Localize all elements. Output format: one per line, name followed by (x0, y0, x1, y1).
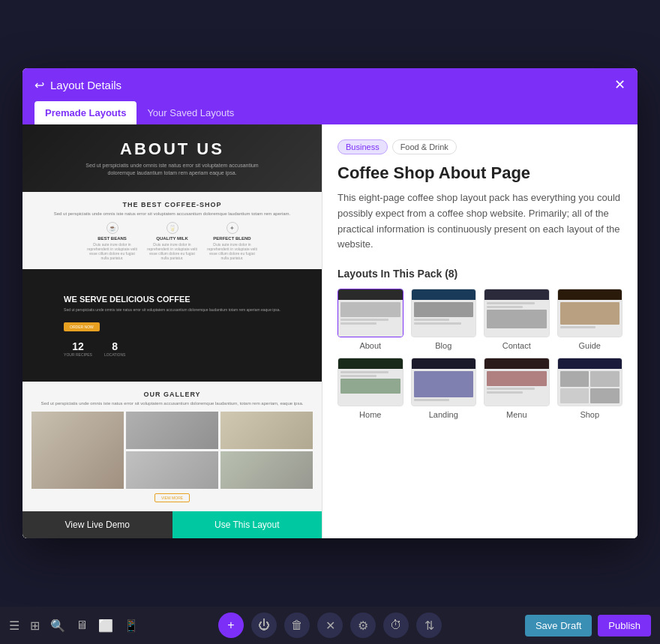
layout-name-blog: Blog (411, 341, 477, 350)
settings-button[interactable]: ⚙ (350, 613, 376, 638)
layout-preview: ABOUT US Sed ut perspiciatis unde omnis … (22, 124, 322, 511)
layout-thumb-guide (557, 289, 623, 337)
tablet-icon[interactable]: ⬜ (98, 619, 113, 633)
desktop-icon[interactable]: 🖥 (76, 619, 88, 632)
bottom-toolbar: ☰ ⊞ 🔍 🖥 ⬜ 📱 + ⏻ 🗑 ✕ ⚙ ⏱ ⇅ Save Draft Pub… (0, 607, 660, 644)
search-icon[interactable]: 🔍 (50, 619, 65, 633)
back-icon[interactable]: ↩ (34, 78, 44, 92)
info-panel: Business Food & Drink Coffee Shop About … (322, 124, 638, 538)
gallery-desc: Sed ut perspiciatis unde omnis iste natu… (32, 401, 313, 406)
layout-thumb-about (338, 289, 404, 337)
layout-thumb-shop (557, 358, 623, 406)
pack-description: This eight-page coffee shop layout pack … (338, 190, 622, 253)
trash-button[interactable]: 🗑 (284, 613, 310, 638)
hero-section: ABOUT US Sed ut perspiciatis unde omnis … (22, 124, 322, 192)
beans-desc: Duis aute irure dolor in reprehenderit i… (86, 242, 139, 260)
menu-icon[interactable]: ☰ (9, 619, 20, 633)
gallery-section: OUR GALLERY Sed ut perspiciatis unde omn… (22, 382, 322, 511)
toolbar-center-icons: + ⏻ 🗑 ✕ ⚙ ⏱ ⇅ (218, 613, 442, 638)
pack-title: Coffee Shop About Page (338, 163, 622, 183)
gallery-title: OUR GALLERY (32, 391, 313, 398)
stat-recipes-label: YOUR RECIPES (64, 352, 92, 357)
beans-title: BEST BEANS (86, 236, 139, 241)
layout-thumb-contact (484, 289, 550, 337)
stat-locations: 8 LOCATIONS (104, 340, 126, 357)
gallery-item-4 (126, 451, 218, 489)
modal-title: Layout Details (50, 79, 122, 91)
layout-item-menu[interactable]: Menu (484, 358, 550, 419)
blend-icon: ✦ (226, 222, 238, 234)
layout-thumb-menu (484, 358, 550, 406)
toolbar-left-icons: ☰ ⊞ 🔍 🖥 ⬜ 📱 (9, 619, 139, 633)
layout-item-contact[interactable]: Contact (484, 289, 550, 350)
gallery-grid (32, 412, 313, 489)
preview-actions: View Live Demo Use This Layout (22, 511, 322, 538)
close-modal-icon[interactable]: ✕ (614, 78, 626, 91)
layout-name-about: About (338, 341, 404, 350)
toolbar-right-actions: Save Draft Publish (525, 615, 651, 637)
coffee-order-button[interactable]: ORDER NOW (64, 322, 100, 331)
view-live-demo-button[interactable]: View Live Demo (22, 511, 172, 538)
layout-item-blog[interactable]: Blog (411, 289, 477, 350)
layout-name-guide: Guide (557, 341, 623, 350)
milk-desc: Duis aute irure dolor in reprehenderit i… (146, 242, 199, 260)
layouts-grid: About (338, 289, 622, 419)
use-this-layout-button[interactable]: Use This Layout (172, 511, 322, 538)
publish-button[interactable]: Publish (598, 615, 651, 637)
sliders-button[interactable]: ⇅ (416, 613, 442, 638)
layout-thumb-blog (411, 289, 477, 337)
features-row: ☕ BEST BEANS Duis aute irure dolor in re… (32, 222, 313, 260)
coffee-content: WE SERVE DELICIOUS COFFEE Sed ut perspic… (49, 286, 296, 364)
layout-item-guide[interactable]: Guide (557, 289, 623, 350)
stat-recipes: 12 YOUR RECIPES (64, 340, 92, 357)
modal-tabs: Premade Layouts Your Saved Layouts (22, 101, 638, 124)
view-more-button[interactable]: VIEW MORE (154, 493, 190, 502)
coffee-title: WE SERVE DELICIOUS COFFEE (64, 294, 280, 304)
modal-overlay: ↩ Layout Details ✕ Premade Layouts Your … (0, 0, 660, 607)
milk-title: QUALITY MILK (146, 236, 199, 241)
tab-premade-layouts[interactable]: Premade Layouts (34, 101, 136, 124)
layout-thumb-home (338, 358, 404, 406)
best-coffee-section: THE BEST COFFEE-SHOP Sed ut perspiciatis… (22, 192, 322, 269)
layout-item-about[interactable]: About (338, 289, 404, 350)
stat-locations-num: 8 (104, 340, 126, 352)
gallery-item-5 (220, 451, 313, 489)
layout-name-home: Home (338, 410, 404, 419)
stat-recipes-num: 12 (64, 340, 92, 352)
feature-blend: ✦ PERFECT BLEND Duis aute irure dolor in… (206, 222, 259, 260)
layout-name-shop: Shop (557, 410, 623, 419)
tag-food-drink[interactable]: Food & Drink (392, 139, 457, 154)
hero-subtext: Sed ut perspiciatis unde omnis iste natu… (86, 162, 258, 178)
gallery-item-2 (126, 412, 218, 449)
layout-item-shop[interactable]: Shop (557, 358, 623, 419)
hero-title: ABOUT US (120, 139, 224, 159)
phone-icon[interactable]: 📱 (124, 619, 139, 633)
stat-locations-label: LOCATIONS (104, 352, 126, 357)
gallery-item-3 (220, 412, 313, 449)
blend-desc: Duis aute irure dolor in reprehenderit i… (206, 242, 259, 260)
grid-icon[interactable]: ⊞ (30, 619, 40, 633)
gallery-item-1 (32, 412, 124, 489)
layouts-section-title: Layouts In This Pack (8) (338, 268, 622, 280)
timer-button[interactable]: ⏱ (383, 613, 409, 638)
blend-title: PERFECT BLEND (206, 236, 259, 241)
close-button[interactable]: ✕ (317, 613, 343, 638)
tags-row: Business Food & Drink (338, 139, 622, 154)
layout-item-home[interactable]: Home (338, 358, 404, 419)
coffee-desc: Sed ut perspiciatis unde omnis iste natu… (64, 307, 280, 313)
section-desc: Sed ut perspiciatis unde omnis iste natu… (32, 211, 313, 216)
tab-saved-layouts[interactable]: Your Saved Layouts (136, 101, 244, 124)
coffee-stats: 12 YOUR RECIPES 8 LOCATIONS (64, 340, 280, 357)
save-draft-button[interactable]: Save Draft (525, 615, 592, 637)
layout-item-landing[interactable]: Landing (411, 358, 477, 419)
modal-header: ↩ Layout Details ✕ (22, 68, 638, 101)
layout-details-modal: ↩ Layout Details ✕ Premade Layouts Your … (22, 68, 638, 538)
preview-panel: ABOUT US Sed ut perspiciatis unde omnis … (22, 124, 322, 538)
power-button[interactable]: ⏻ (251, 613, 277, 638)
add-button[interactable]: + (218, 613, 244, 638)
milk-icon: 🥛 (166, 222, 178, 234)
feature-beans: ☕ BEST BEANS Duis aute irure dolor in re… (86, 222, 139, 260)
layout-name-contact: Contact (484, 341, 550, 350)
tag-business[interactable]: Business (338, 139, 388, 154)
modal-header-left: ↩ Layout Details (34, 78, 122, 92)
